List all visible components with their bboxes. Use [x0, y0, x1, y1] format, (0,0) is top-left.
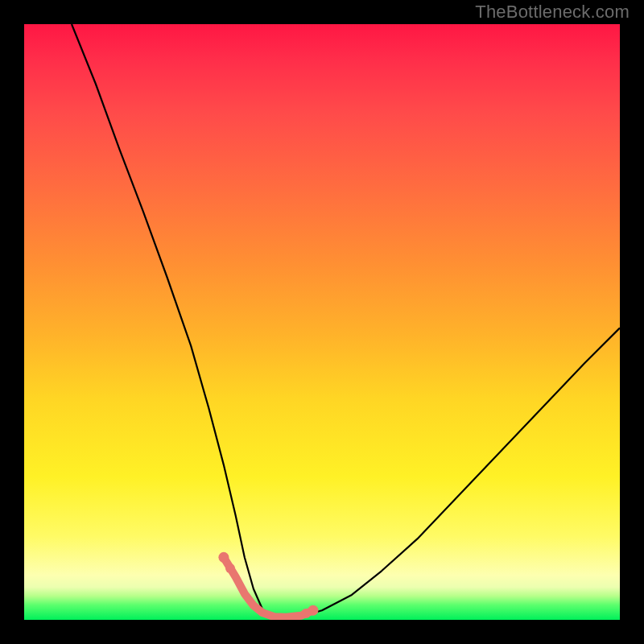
- highlight-dot-right-2: [301, 609, 311, 618]
- curve-layer: [24, 24, 620, 620]
- plot-background: [24, 24, 620, 620]
- highlight-dot-left: [218, 552, 229, 563]
- watermark-text: TheBottleneck.com: [475, 2, 630, 23]
- highlight-dot-left-2: [225, 564, 235, 573]
- chart-frame: TheBottleneck.com: [0, 0, 644, 644]
- bottom-highlight: [224, 557, 313, 617]
- main-curve: [72, 24, 620, 617]
